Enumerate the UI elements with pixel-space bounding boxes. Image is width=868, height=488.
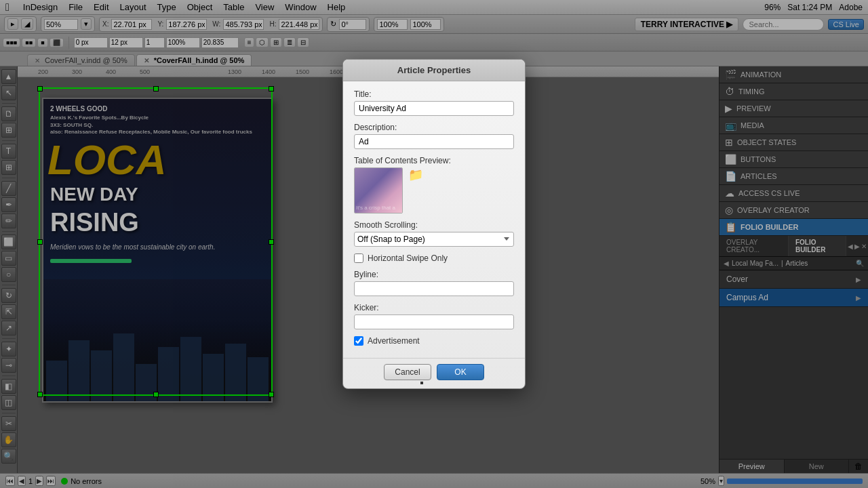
cancel-button[interactable]: Cancel — [384, 364, 431, 380]
horizontal-checkbox[interactable] — [354, 253, 363, 263]
description-label: Description: — [354, 123, 514, 132]
byline-field-group: Byline: — [354, 270, 514, 296]
advertisement-label: Advertisement — [368, 336, 420, 346]
description-field-group: Description: — [354, 123, 514, 149]
toc-section: Table of Contents Preview: It's a crisp … — [354, 156, 514, 214]
horizontal-label: Horizontal Swipe Only — [368, 253, 448, 263]
horizontal-swipe-group: Horizontal Swipe Only — [354, 253, 514, 263]
ok-button[interactable]: OK — [437, 364, 484, 380]
advertisement-group: Advertisement — [354, 336, 514, 346]
title-field-group: Title: — [354, 89, 514, 116]
toc-label: Table of Contents Preview: — [354, 156, 514, 165]
smooth-label: Smooth Scrolling: — [354, 220, 514, 230]
smooth-scrolling-group: Smooth Scrolling: Off (Snap to Page) On … — [354, 220, 514, 247]
toc-thumbnail[interactable]: It's a crisp that a — [354, 167, 403, 214]
dialog-buttons: Cancel OK — [343, 358, 525, 388]
thumb-text: It's a crisp that a — [356, 205, 395, 211]
description-input[interactable] — [354, 134, 514, 149]
smooth-select[interactable]: Off (Snap to Page) On Off — [354, 232, 514, 247]
byline-input[interactable] — [354, 281, 514, 296]
title-label: Title: — [354, 89, 514, 99]
title-input[interactable] — [354, 101, 514, 116]
kicker-field-group: Kicker: — [354, 303, 514, 329]
toc-preview: It's a crisp that a 📁 — [354, 167, 514, 214]
toc-thumb-inner: It's a crisp that a — [355, 168, 402, 213]
kicker-label: Kicker: — [354, 303, 514, 312]
dialog-body: Title: Description: Table of Contents Pr… — [343, 81, 525, 358]
byline-label: Byline: — [354, 270, 514, 279]
dialog-title-bar: Article Properties — [343, 60, 525, 81]
kicker-input[interactable] — [354, 314, 514, 329]
dialog-overlay: Article Properties Title: Description: T… — [0, 0, 868, 488]
advertisement-checkbox[interactable] — [354, 336, 363, 346]
article-properties-dialog: Article Properties Title: Description: T… — [342, 59, 526, 389]
folder-icon[interactable]: 📁 — [408, 167, 425, 181]
dialog-title: Article Properties — [397, 65, 471, 75]
